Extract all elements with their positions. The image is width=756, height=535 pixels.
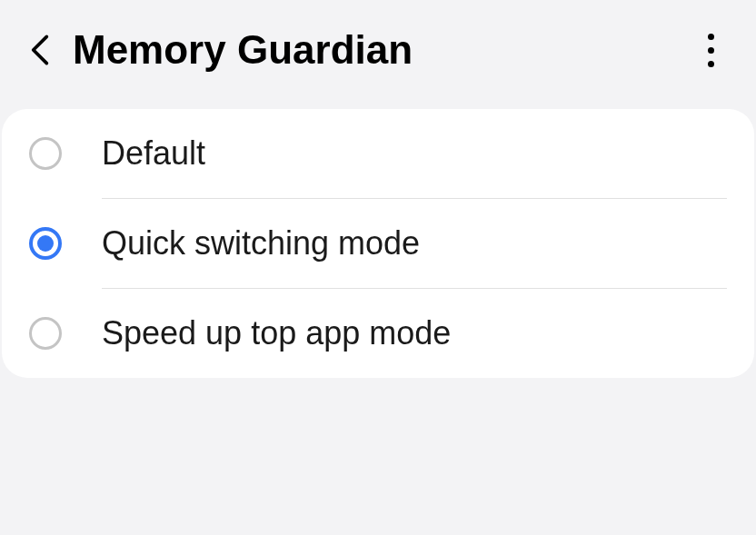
option-quick-switching[interactable]: Quick switching mode: [2, 199, 754, 288]
option-default[interactable]: Default: [2, 109, 754, 198]
option-label: Default: [102, 134, 205, 173]
option-label: Quick switching mode: [102, 224, 420, 263]
more-options-button[interactable]: [692, 32, 729, 68]
radio-speed-up-top-app[interactable]: [29, 317, 62, 350]
header: Memory Guardian: [0, 0, 756, 109]
options-list: Default Quick switching mode Speed up to…: [2, 109, 754, 378]
page-title: Memory Guardian: [73, 27, 692, 73]
radio-default[interactable]: [29, 137, 62, 170]
back-button[interactable]: [22, 32, 58, 68]
chevron-left-icon: [30, 33, 50, 67]
radio-quick-switching[interactable]: [29, 227, 62, 260]
more-vertical-icon: [708, 34, 714, 40]
option-speed-up-top-app[interactable]: Speed up top app mode: [2, 289, 754, 378]
option-label: Speed up top app mode: [102, 314, 451, 352]
